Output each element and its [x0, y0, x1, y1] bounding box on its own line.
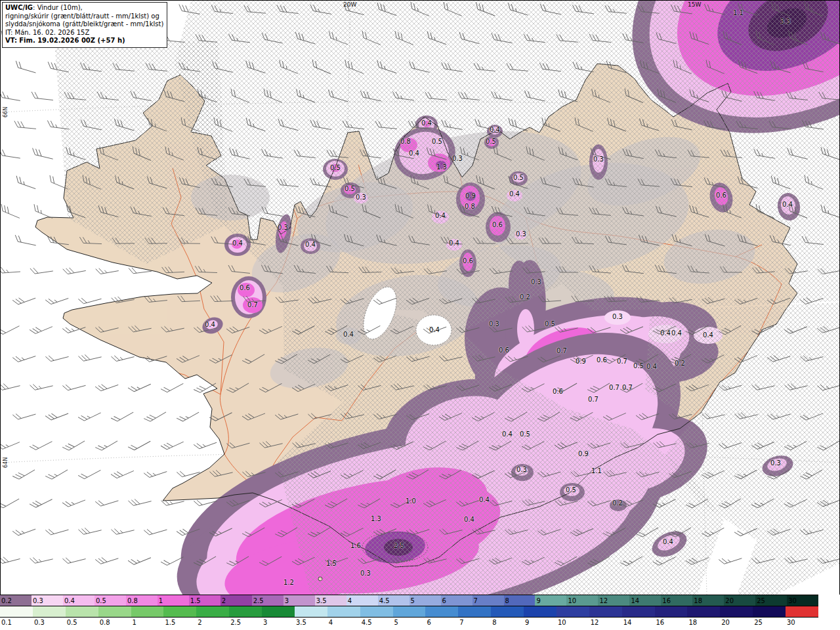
precip-value-label: 0.4: [343, 331, 354, 338]
init-time-label: IT:: [5, 29, 12, 36]
precip-value-label: 0.6: [553, 388, 563, 395]
sleet-scale-cell: 12: [598, 595, 629, 606]
sleet-scale-tick-label: 14: [631, 597, 639, 604]
precip-value-label: 1.5: [326, 560, 337, 567]
sleet-scale-tick-label: 5: [411, 597, 415, 604]
precip-value-label: 0.4: [449, 240, 459, 247]
precip-value-label: 0.2: [612, 499, 623, 507]
longitude-label: 20W: [343, 1, 356, 8]
sleet-scale-tick-label: 0.4: [64, 597, 75, 604]
sleet-scale-cell: 6: [441, 595, 472, 606]
rain-scale-tick-label: 12: [589, 618, 622, 629]
precip-value-label: 0.7: [609, 384, 620, 391]
rain-scale-cell: [33, 606, 66, 617]
rain-scale-tick-label: 0.5: [66, 618, 98, 629]
valid-time-value: Fim. 19.02.2026 00Z (+57 h): [19, 37, 125, 44]
sleet-scale-tick-label: 4: [348, 597, 352, 604]
precip-value-label: 0.9: [465, 192, 476, 200]
rain-scale-tick-label: 16: [655, 618, 688, 629]
precip-value-label: 0.7: [247, 301, 258, 308]
rain-scale-cell: [425, 606, 458, 617]
latitude-label: 64N: [3, 457, 9, 468]
rain-scale-tick-label: 8: [491, 618, 524, 629]
sleet-scale-tick-label: 6: [442, 597, 446, 604]
sleet-scale-tick-label: 0.5: [96, 597, 106, 604]
rain-scale-cell: [556, 606, 589, 617]
rain-scale-cell: [786, 606, 818, 617]
rain-scale-cell: [687, 606, 720, 617]
precip-value-label: 0.4: [660, 329, 671, 337]
precip-value-label: 0.4: [509, 190, 520, 198]
precip-value-label: 0.3: [770, 459, 781, 467]
precip-value-label: 1.0: [406, 497, 416, 505]
precip-value-label: 1.3: [436, 163, 447, 171]
precip-value-label: 0.4: [671, 329, 682, 337]
precip-value-label: 0.5: [330, 164, 341, 171]
precip-value-label: 0.4: [421, 119, 432, 127]
init-time-value: Mán. 16. 02. 2026 15Z: [15, 29, 90, 36]
sleet-scale-cell: 8: [504, 595, 536, 606]
rain-scale-cell: [262, 606, 295, 617]
precip-value-label: 0.5: [545, 320, 555, 327]
precip-value-label: 0.4: [782, 201, 793, 208]
sleet-scale-tick-label: 25: [757, 597, 765, 604]
rain-scale-tick-label: 4: [327, 618, 360, 629]
precip-value-label: 0.9: [576, 358, 586, 365]
precip-value-label: 0.5: [520, 430, 530, 438]
precip-value-label: 0.3: [531, 278, 541, 285]
rain-scale-tick-label: 9: [524, 618, 556, 629]
rain-scale-cell: [753, 606, 786, 617]
precip-value-label: 0.4: [435, 212, 446, 219]
precip-value-label: 0.8: [465, 203, 475, 210]
sleet-scale-cell: 2.5: [252, 595, 284, 606]
rain-scale-cell: [622, 606, 655, 617]
sleet-scale-cell: 4.5: [378, 595, 410, 606]
precip-value-label: 0.7: [588, 396, 598, 403]
precip-value-label: 0.3: [278, 224, 288, 231]
precip-value-label: 1.3: [371, 515, 381, 522]
sleet-scale-tick-label: 20: [725, 597, 734, 604]
sleet-scale-tick-label: 3: [285, 597, 289, 604]
precip-value-label: 0.3: [356, 194, 366, 201]
rain-scale-cell: [131, 606, 164, 617]
rain-scale-tick-label: 5: [393, 618, 426, 629]
precip-value-label: 0.6: [597, 356, 607, 364]
precip-value-label: 0.4: [205, 321, 215, 328]
rain-scale-tick-label: 25: [753, 618, 786, 629]
init-time: IT: Mán. 16. 02. 2026 15Z: [5, 29, 163, 37]
sleet-scale-tick-label: 0.2: [1, 597, 12, 604]
rain-scale-cell: [196, 606, 229, 617]
rain-scale-cell: [589, 606, 622, 617]
sleet-scale-cell: 3: [284, 595, 315, 606]
precip-value-label: 0.6: [492, 221, 503, 228]
sleet-scale-cell: 3.5: [315, 595, 346, 606]
rain-scale-tick-label: 10: [556, 618, 589, 629]
rain-scale-cell: [0, 606, 33, 617]
rain-scale-tick-label: 18: [687, 618, 720, 629]
sleet-scale-cell: 18: [692, 595, 724, 606]
sleet-scale-cell: 7: [472, 595, 504, 606]
precip-value-label: 0.3: [452, 155, 463, 162]
rain-scale-tick-label: 4.5: [360, 618, 393, 629]
rain-scale-tick-label: 2: [196, 618, 229, 629]
longitude-label: 15W: [688, 1, 701, 8]
precip-value-label: 2.5: [394, 542, 404, 549]
precip-value-label: 0.6: [240, 284, 250, 291]
precip-value-label: 0.9: [578, 450, 589, 457]
sleet-scale-tick-label: 2: [222, 597, 226, 604]
title-line2: rigning/skúrir (grænt/blátt/rautt - mm/1…: [5, 12, 163, 21]
sleet-scale-tick-label: 1: [159, 597, 163, 604]
sleet-scale-cell: 1.5: [189, 595, 220, 606]
rain-scale-tick-label: 20: [720, 618, 753, 629]
sleet-scale-tick-label: 8: [505, 597, 509, 604]
precip-value-label: 0.4: [479, 496, 490, 503]
rain-scale-cell: [229, 606, 262, 617]
map-canvas: [1, 1, 839, 595]
sleet-scale-tick-label: 16: [662, 597, 671, 604]
sleet-scale-tick-label: 4.5: [379, 597, 390, 604]
precip-value-label: 0.6: [499, 346, 509, 354]
sleet-scale-cell: 2: [220, 595, 252, 606]
precip-value-label: 0.4: [429, 326, 440, 333]
sleet-scale-tick-label: 7: [474, 597, 478, 604]
rain-scale-tick-label: 3: [262, 618, 295, 629]
